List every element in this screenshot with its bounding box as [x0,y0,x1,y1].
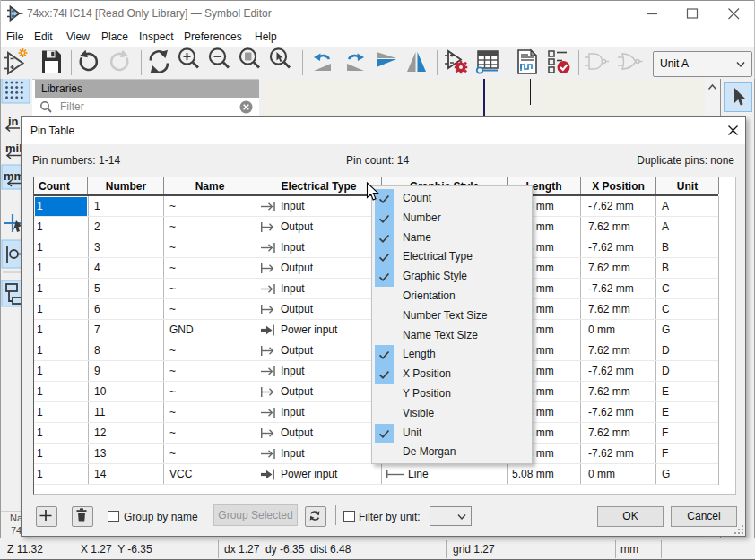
svg-text:mil: mil [5,142,22,155]
